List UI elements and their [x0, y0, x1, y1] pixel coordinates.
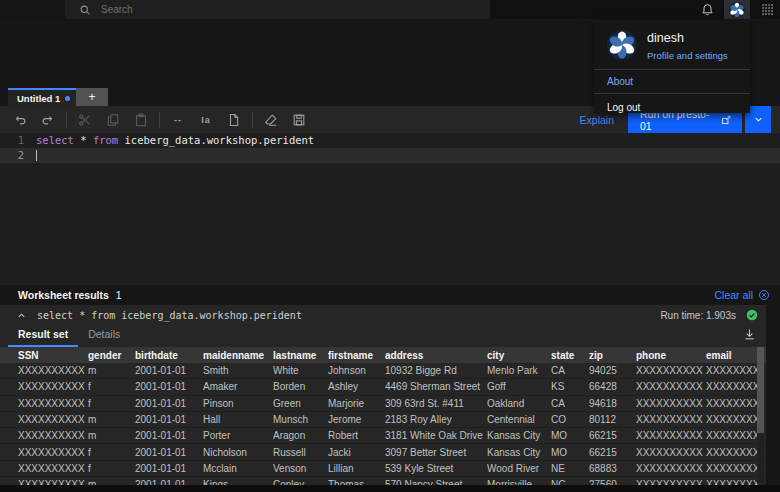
clear-all-label: Clear all [714, 289, 753, 301]
table-cell: XXXXXXXXXX [706, 447, 758, 458]
table-cell: Hall [203, 414, 273, 425]
save-worksheet-button[interactable] [285, 106, 313, 133]
column-header: maidenname [203, 350, 273, 361]
sql-identifier: iceberg_data.workshop.perident [125, 133, 315, 148]
results-header: Worksheet results 1 Clear all [0, 285, 780, 305]
table-cell: 66428 [589, 381, 636, 392]
table-cell: 68883 [589, 463, 636, 474]
paste-button[interactable] [127, 106, 155, 133]
new-tab-button[interactable]: + [76, 88, 108, 106]
table-row: XXXXXXXXXXf2001-01-01NicholsonRussellJac… [0, 444, 766, 460]
table-cell: XXXXXXXXXX [18, 365, 88, 376]
table-cell: XXXXXXXXXX [706, 430, 758, 441]
toolbar-separator [66, 112, 67, 128]
redo-button[interactable] [34, 106, 62, 133]
tab-details[interactable]: Details [78, 328, 130, 347]
menu-item-about[interactable]: About [594, 70, 750, 93]
table-cell: Munsch [273, 414, 328, 425]
text-cursor [36, 150, 37, 161]
table-cell: XXXXXXXXXX [636, 430, 706, 441]
clear-editor-button[interactable] [257, 106, 285, 133]
table-row: XXXXXXXXXXm2001-01-01PorterAragonRobert3… [0, 428, 766, 444]
table-cell: 309 63rd St. #411 [385, 398, 487, 409]
load-query-button[interactable] [220, 106, 248, 133]
table-cell: 66215 [589, 430, 636, 441]
table-row: XXXXXXXXXXf2001-01-01PinsonGreenMarjorie… [0, 396, 766, 412]
menu-item-logout[interactable]: Log out [594, 93, 750, 119]
table-cell: 10932 Bigge Rd [385, 365, 487, 376]
table-cell: MO [551, 430, 589, 441]
collapse-button[interactable] [16, 310, 27, 321]
table-cell: Smith [203, 365, 273, 376]
column-header: SSN [18, 350, 88, 361]
user-avatar [729, 2, 745, 18]
toolbar-separator [252, 112, 253, 128]
table-cell: 2001-01-01 [135, 414, 203, 425]
table-row: XXXXXXXXXXm2001-01-01HallMunschJerome218… [0, 412, 766, 428]
comment-icon: -- [174, 115, 182, 125]
copy-icon [106, 113, 120, 127]
table-cell: XXXXXXXXXX [18, 463, 88, 474]
tab-untitled-1[interactable]: Untitled 1 [8, 88, 76, 106]
table-cell: XXXXXXXXXX [18, 398, 88, 409]
download-button[interactable] [743, 328, 756, 341]
table-cell: Pinson [203, 398, 273, 409]
switcher-icon [761, 3, 774, 16]
query-text: select * from iceberg_data.workshop.peri… [37, 310, 302, 321]
table-row: XXXXXXXXXXf2001-01-01AmakerBordenAshley4… [0, 379, 766, 395]
table-cell: XXXXXXXXXX [706, 365, 758, 376]
profile-settings-link[interactable]: Profile and settings [647, 50, 728, 61]
copy-button[interactable] [99, 106, 127, 133]
download-icon [743, 328, 756, 341]
query-summary-row[interactable]: select * from iceberg_data.workshop.peri… [0, 305, 766, 325]
comment-button[interactable]: -- [164, 106, 192, 133]
sql-operator: * [74, 133, 93, 148]
sql-keyword: from [93, 133, 118, 148]
search-input[interactable] [99, 3, 403, 16]
column-header: phone [636, 350, 706, 361]
results-count: 1 [116, 289, 122, 301]
vertical-scrollbar[interactable] [757, 347, 764, 483]
cut-button[interactable] [71, 106, 99, 133]
save-icon [292, 113, 306, 127]
app-switcher-button[interactable] [754, 0, 780, 19]
table-cell: XXXXXXXXXX [636, 365, 706, 376]
table-cell: KS [551, 381, 589, 392]
table-cell: Mcclain [203, 463, 273, 474]
table-cell: XXXXXXXXXX [18, 381, 88, 392]
horizontal-scrollbar[interactable] [0, 485, 780, 492]
table-cell: 3097 Better Street [385, 447, 487, 458]
format-button[interactable]: Ia [192, 106, 220, 133]
table-cell: m [88, 414, 135, 425]
user-avatar-button[interactable] [724, 0, 750, 19]
undo-button[interactable] [6, 106, 34, 133]
code-line-1: 1 select * from iceberg_data.workshop.pe… [0, 133, 780, 148]
sql-editor[interactable]: 1 select * from iceberg_data.workshop.pe… [0, 133, 780, 285]
table-cell: 2001-01-01 [135, 430, 203, 441]
top-header [0, 0, 780, 19]
user-avatar-large [607, 30, 637, 60]
table-cell: Kansas City [487, 430, 551, 441]
table-cell: XXXXXXXXXX [18, 430, 88, 441]
table-row: XXXXXXXXXXf2001-01-01McclainVensonLillia… [0, 461, 766, 477]
notifications-button[interactable] [694, 0, 720, 19]
table-cell: Borden [273, 381, 328, 392]
table-cell: Kansas City [487, 447, 551, 458]
table-cell: 94618 [589, 398, 636, 409]
column-header: zip [589, 350, 636, 361]
cut-icon [78, 113, 92, 127]
column-header: gender [88, 350, 135, 361]
table-cell: XXXXXXXXXX [18, 414, 88, 425]
scrollbar-thumb[interactable] [757, 347, 764, 433]
column-header: address [385, 350, 487, 361]
table-cell: Amaker [203, 381, 273, 392]
clear-all-button[interactable]: Clear all [714, 289, 770, 301]
table-cell: Johnson [328, 365, 385, 376]
column-header: birthdate [135, 350, 203, 361]
column-header: email [706, 350, 758, 361]
user-menu: dinesh Profile and settings About Log ou… [594, 20, 750, 113]
global-search[interactable] [65, 0, 490, 19]
table-cell: Aragon [273, 430, 328, 441]
tab-result-set[interactable]: Result set [8, 328, 78, 347]
table-cell: Jacki [328, 447, 385, 458]
